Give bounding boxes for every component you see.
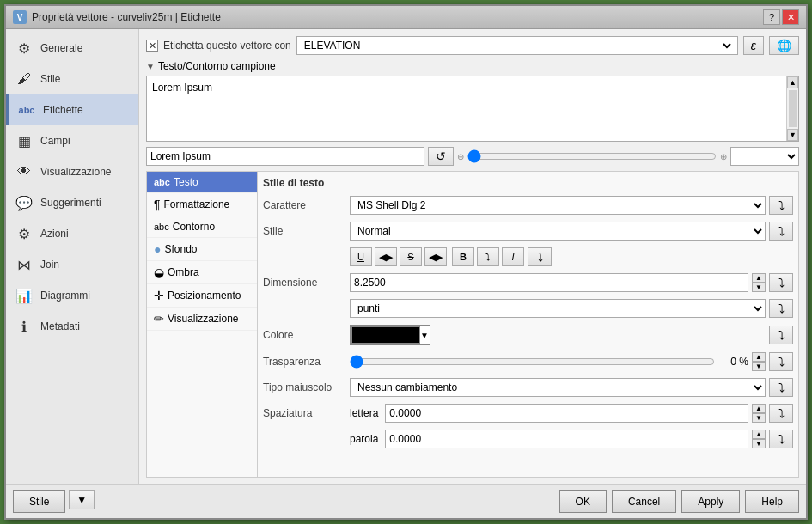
stile-button[interactable]: Stile — [13, 490, 65, 513]
nav-item-visualizzazione[interactable]: ✏ Visualizzazione — [147, 308, 257, 331]
trasparenza-slider[interactable] — [350, 355, 715, 369]
window-title: Proprietà vettore - curveliv25m | Etiche… — [32, 11, 221, 23]
carattere-copy-btn[interactable]: ⤵ — [769, 196, 793, 215]
epsilon-button[interactable]: ε — [743, 36, 764, 55]
text-slider[interactable] — [467, 149, 717, 163]
trasparenza-up-btn[interactable]: ▲ — [752, 352, 766, 362]
sidebar-label-stile: Stile — [40, 73, 60, 85]
text-format-dropdown[interactable] — [731, 149, 798, 163]
bold-button[interactable]: B — [452, 247, 474, 266]
parola-down-btn[interactable]: ▼ — [752, 439, 766, 448]
nav-item-sfondo[interactable]: ● Sfondo — [147, 238, 257, 261]
lettera-input[interactable] — [385, 404, 748, 423]
slider-container: ⊖ ⊕ — [457, 149, 727, 163]
sidebar-item-suggerimenti[interactable]: 💬 Suggerimenti — [6, 187, 138, 218]
close-button[interactable]: ✕ — [782, 9, 799, 25]
sidebar-item-azioni[interactable]: ⚙ Azioni — [6, 218, 138, 249]
stile-copy-btn[interactable]: ⤵ — [769, 222, 793, 241]
parola-copy-btn[interactable]: ⤵ — [769, 430, 793, 448]
carattere-dropdown[interactable]: MS Shell Dlg 2 — [350, 196, 766, 215]
dimensione-input[interactable] — [350, 273, 748, 292]
lettera-copy-btn[interactable]: ⤵ — [769, 404, 793, 423]
sidebar-item-generale[interactable]: ⚙ Generale — [6, 33, 138, 64]
diagrammi-icon: 📊 — [15, 286, 34, 305]
unita-copy-btn[interactable]: ⤵ — [769, 299, 793, 318]
azioni-icon: ⚙ — [15, 224, 34, 243]
underline-button[interactable]: U — [350, 247, 372, 266]
trasparenza-down-btn[interactable]: ▼ — [752, 362, 766, 371]
sidebar-item-metadati[interactable]: ℹ Metadati — [6, 311, 138, 342]
parola-input[interactable] — [385, 430, 748, 448]
sidebar-item-campi[interactable]: ▦ Campi — [6, 125, 138, 156]
help-icon-btn[interactable]: ? — [763, 9, 780, 25]
dimensione-copy-btn[interactable]: ⤵ — [769, 273, 793, 292]
sidebar-item-etichette[interactable]: abc Etichette — [6, 94, 138, 125]
bold-copy-btn[interactable]: ⤵ — [477, 247, 499, 266]
cancel-button[interactable]: Cancel — [612, 490, 676, 513]
nav-item-testo[interactable]: abc Testo — [147, 172, 257, 193]
carattere-row: Carattere MS Shell Dlg 2 ⤵ — [263, 196, 793, 215]
unita-dropdown[interactable]: punti — [350, 299, 766, 318]
sidebar-label-campi: Campi — [40, 135, 70, 147]
unita-row: punti ⤵ — [263, 299, 793, 318]
strikethrough-button[interactable]: S — [400, 247, 422, 266]
sidebar-item-join[interactable]: ⋈ Join — [6, 249, 138, 280]
nav-item-posizionamento[interactable]: ✛ Posizionamento — [147, 284, 257, 308]
stile-row: Stile Normal ⤵ — [263, 222, 793, 241]
refresh-button[interactable]: ↺ — [428, 147, 454, 166]
format-copy-btn[interactable]: ⤵ — [528, 247, 552, 266]
scroll-down-icon[interactable]: ▼ — [787, 129, 798, 141]
globe-button[interactable]: 🌐 — [769, 36, 799, 55]
dimensione-down-btn[interactable]: ▼ — [752, 283, 766, 292]
nav-item-formattazione[interactable]: ¶ Formattazione — [147, 193, 257, 216]
nav-label-sfondo: Sfondo — [164, 243, 197, 255]
trasparenza-copy-btn[interactable]: ⤵ — [769, 352, 793, 371]
etichetta-dropdown[interactable]: ELEVATION — [301, 39, 734, 52]
sample-text: Lorem Ipsum — [152, 82, 212, 94]
apply-button[interactable]: Apply — [681, 490, 740, 513]
format-buttons-group: U ◀▶ S ◀▶ B ⤵ I — [350, 247, 524, 266]
colore-copy-btn[interactable]: ⤵ — [769, 326, 793, 344]
lettera-down-btn[interactable]: ▼ — [752, 413, 766, 423]
parola-up-btn[interactable]: ▲ — [752, 430, 766, 439]
sidebar-item-visualizzazione[interactable]: 👁 Visualizzazione — [6, 156, 138, 187]
etichetta-label: Etichetta questo vettore con — [163, 40, 291, 52]
trasparenza-spinner: ▲ ▼ — [752, 352, 766, 371]
trasparenza-label: Trasparenza — [263, 356, 345, 368]
tipo-label: Tipo maiuscolo — [263, 381, 345, 393]
visualizzazione-nav-icon: ✏ — [154, 312, 164, 326]
help-button[interactable]: Help — [745, 490, 799, 513]
sample-text-input[interactable] — [146, 147, 424, 166]
colore-control: ▼ ⤵ — [350, 325, 793, 345]
stile-dropdown-btn[interactable]: ▼ — [69, 490, 95, 509]
sidebar-label-metadati: Metadati — [40, 320, 80, 332]
dimensione-up-btn[interactable]: ▲ — [752, 273, 766, 283]
dimensione-row: Dimensione ▲ ▼ ⤵ — [263, 273, 793, 292]
align-right-button[interactable]: ◀▶ — [424, 247, 447, 266]
testo-nav-icon: abc — [154, 177, 170, 187]
metadati-icon: ℹ — [15, 317, 34, 336]
etichetta-row: ✕ Etichetta questo vettore con ELEVATION… — [146, 36, 799, 55]
color-picker[interactable]: ▼ — [350, 325, 430, 345]
align-left-button[interactable]: ◀▶ — [375, 247, 397, 266]
scroll-up-icon[interactable]: ▲ — [787, 76, 798, 88]
color-arrow-icon[interactable]: ▼ — [420, 331, 429, 340]
nav-label-contorno: Contorno — [173, 221, 215, 233]
nav-item-contorno[interactable]: abc Contorno — [147, 216, 257, 238]
nav-label-visualizzazione: Visualizzazione — [168, 313, 239, 325]
italic-button[interactable]: I — [502, 247, 524, 266]
nav-item-ombra[interactable]: ◒ Ombra — [147, 261, 257, 284]
dimensione-control: ▲ ▼ ⤵ — [350, 273, 793, 292]
bottom-right: OK Cancel Apply Help — [559, 490, 799, 513]
sample-scrollbar[interactable]: ▲ ▼ — [786, 76, 798, 141]
sidebar-item-stile[interactable]: 🖌 Stile — [6, 64, 138, 94]
etichetta-checkbox[interactable]: ✕ — [146, 40, 158, 52]
parola-control: parola ▲ ▼ ⤵ — [350, 430, 793, 448]
tipo-dropdown[interactable]: Nessun cambiamento — [350, 378, 766, 397]
ok-button[interactable]: OK — [559, 490, 607, 513]
stile-dropdown[interactable]: Normal — [350, 222, 766, 241]
color-swatch[interactable] — [351, 326, 420, 344]
lettera-up-btn[interactable]: ▲ — [752, 404, 766, 413]
tipo-copy-btn[interactable]: ⤵ — [769, 378, 793, 397]
sidebar-item-diagrammi[interactable]: 📊 Diagrammi — [6, 280, 138, 311]
